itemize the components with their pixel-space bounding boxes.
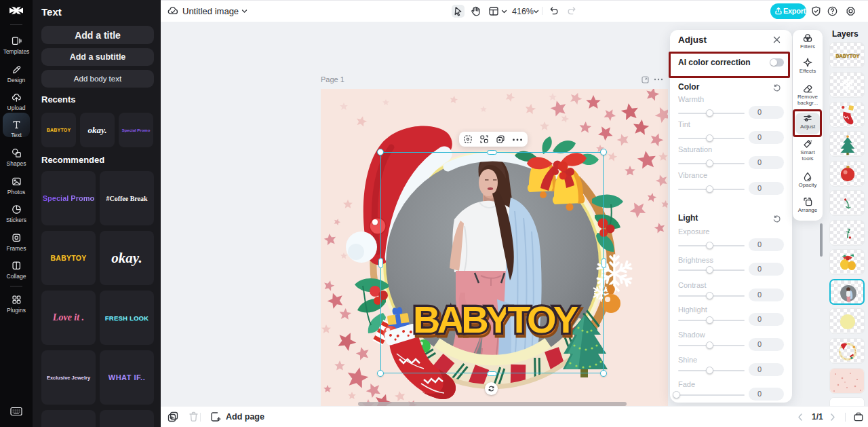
svg-text:BABYTOY: BABYTOY	[835, 53, 859, 59]
